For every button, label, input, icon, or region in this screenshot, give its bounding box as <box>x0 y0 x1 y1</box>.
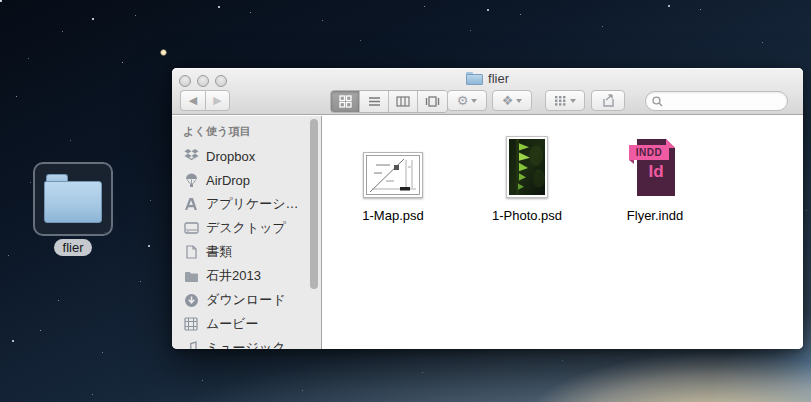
coverflow-view-button[interactable] <box>418 91 447 112</box>
icon-view-button[interactable] <box>331 91 360 112</box>
forward-button[interactable]: ▶ <box>205 90 230 111</box>
view-mode-switcher <box>330 90 448 113</box>
indd-badge: INDD <box>629 145 669 160</box>
indesign-file-icon: INDD Id <box>629 138 681 198</box>
folder-icon <box>44 172 102 224</box>
sidebar-scrollbar[interactable] <box>310 119 318 289</box>
action-menu-button[interactable]: ⚙ <box>447 90 487 111</box>
photo-thumbnail <box>506 136 548 198</box>
window-title: flier <box>172 71 803 86</box>
folder-icon <box>183 268 199 284</box>
coverflow-icon <box>425 95 440 108</box>
finder-sidebar: よく使う項目 Dropbox <box>172 116 322 349</box>
chevron-down-icon <box>471 99 477 103</box>
sidebar-item-ishii2013[interactable]: 石井2013 <box>183 264 313 288</box>
sidebar-item-dropbox[interactable]: Dropbox <box>183 144 313 168</box>
file-item-map[interactable]: 1-Map.psd <box>333 134 453 223</box>
sidebar-item-documents[interactable]: 書類 <box>183 240 313 264</box>
search-field[interactable] <box>645 91 788 111</box>
applications-icon <box>183 196 199 212</box>
file-name: 1-Photo.psd <box>492 208 562 223</box>
movies-icon <box>183 316 199 332</box>
back-button[interactable]: ◀ <box>180 90 205 111</box>
list-icon <box>368 95 381 108</box>
file-item-photo[interactable]: 1-Photo.psd <box>467 134 587 223</box>
dropbox-menu-button[interactable]: ❖ <box>492 90 532 111</box>
desktop-folder-label[interactable]: flier <box>33 238 113 256</box>
sidebar-item-music[interactable]: ミュージック <box>183 336 313 349</box>
column-view-button[interactable] <box>389 91 418 112</box>
desktop-icon <box>183 220 199 236</box>
desktop-folder-flier[interactable] <box>33 162 113 236</box>
airdrop-icon <box>183 172 199 188</box>
grid-icon <box>339 95 352 108</box>
sidebar-item-movies[interactable]: ムービー <box>183 312 313 336</box>
folder-icon <box>466 72 483 85</box>
finder-window: flier ◀ ▶ <box>172 68 803 349</box>
arrange-menu-button[interactable] <box>545 90 585 111</box>
indd-glyph: Id <box>637 162 675 182</box>
toolbar: ◀ ▶ <box>172 87 803 115</box>
music-icon <box>183 340 199 349</box>
sidebar-section-header: よく使う項目 <box>183 124 251 139</box>
downloads-icon <box>183 292 199 308</box>
search-input[interactable] <box>667 95 777 107</box>
columns-icon <box>396 95 410 108</box>
sidebar-item-desktop[interactable]: デスクトップ <box>183 216 313 240</box>
starfield-bright <box>0 0 2 2</box>
search-icon <box>652 96 663 107</box>
arrange-grid-icon <box>554 95 567 106</box>
dropbox-icon <box>183 148 199 164</box>
list-view-button[interactable] <box>360 91 389 112</box>
bright-star <box>160 49 167 56</box>
map-thumbnail <box>363 152 423 198</box>
sidebar-item-downloads[interactable]: ダウンロード <box>183 288 313 312</box>
gear-icon: ⚙ <box>457 93 469 108</box>
file-item-flyer[interactable]: INDD Id Flyer.indd <box>595 134 715 223</box>
sidebar-item-airdrop[interactable]: AirDrop <box>183 168 313 192</box>
file-name: 1-Map.psd <box>362 208 423 223</box>
nav-buttons: ◀ ▶ <box>180 90 230 111</box>
dropbox-icon: ❖ <box>502 93 514 108</box>
documents-icon <box>183 244 199 260</box>
file-icon-view[interactable]: 1-Map.psd <box>322 116 803 349</box>
sidebar-item-applications[interactable]: アプリケーシ… <box>183 192 313 216</box>
desktop-wallpaper: flier flier ◀ ▶ <box>0 0 811 402</box>
share-icon <box>601 94 616 108</box>
chevron-down-icon <box>570 99 576 103</box>
file-name: Flyer.indd <box>627 208 683 223</box>
window-titlebar[interactable]: flier ◀ ▶ <box>172 68 803 115</box>
chevron-down-icon <box>516 99 522 103</box>
share-button[interactable] <box>591 90 625 111</box>
